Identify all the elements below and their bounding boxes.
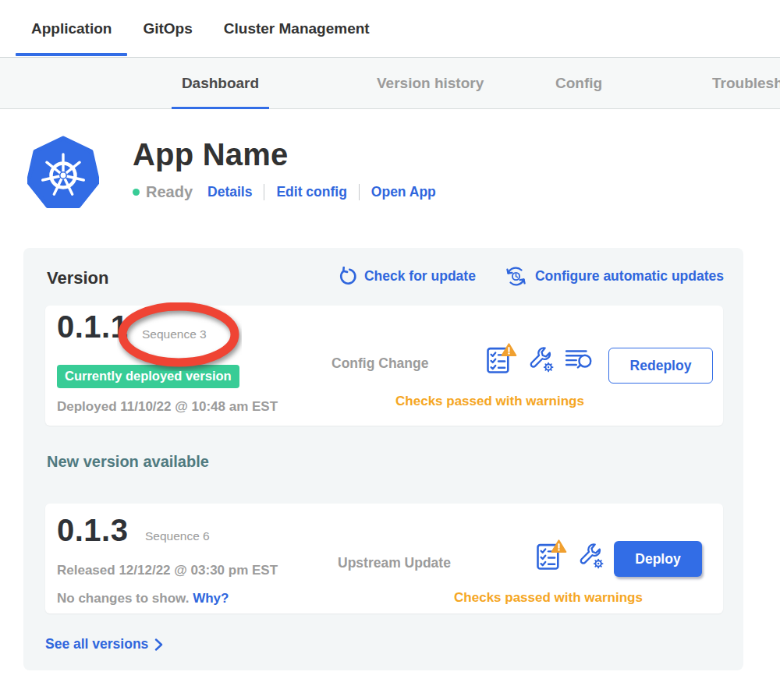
app-status-row: Ready Details Edit config Open App [133, 183, 436, 201]
app-section-nav: Dashboard Version history Config Trouble… [0, 57, 780, 109]
diff-icon[interactable] [565, 347, 594, 370]
sync-clock-icon [504, 266, 528, 287]
preflight-checklist-icon[interactable] [535, 539, 567, 571]
config-wrench-icon[interactable] [527, 345, 555, 373]
deploy-button[interactable]: Deploy [614, 541, 702, 577]
new-version-number: 0.1.3 [57, 513, 128, 548]
chevron-right-icon [154, 638, 163, 651]
new-version-sequence: Sequence 6 [145, 529, 210, 543]
tab-config-label: Config [555, 75, 602, 91]
tab-troubleshoot[interactable]: Troubleshoot [712, 58, 780, 109]
see-all-versions-label: See all versions [45, 636, 148, 652]
nav-tab-application-label: Application [31, 20, 112, 37]
deployed-version-number: 0.1.1 [57, 309, 128, 345]
configure-automatic-updates-label: Configure automatic updates [535, 268, 724, 285]
app-title: App Name [133, 137, 436, 172]
divider [264, 184, 264, 200]
deployed-timestamp: Deployed 11/10/22 @ 10:48 am EST [57, 399, 278, 415]
tab-troubleshoot-label: Troubleshoot [712, 75, 780, 91]
new-version-heading: New version available [47, 453, 209, 471]
check-for-update-button[interactable]: Check for update [338, 267, 476, 286]
deployed-version-sequence: Sequence 3 [142, 327, 207, 341]
app-header: App Name Ready Details Edit config Open … [27, 135, 436, 211]
configure-automatic-updates-button[interactable]: Configure automatic updates [504, 266, 724, 287]
nav-tab-gitops-label: GitOps [143, 20, 192, 37]
no-changes-label: No changes to show. [57, 591, 189, 606]
kubernetes-logo-icon [27, 135, 99, 211]
app-status-label: Ready [146, 183, 193, 201]
version-panel: Version Check for update Configure autom… [23, 248, 743, 670]
redeploy-button[interactable]: Redeploy [608, 348, 713, 384]
tab-version-history-label: Version history [377, 75, 484, 91]
active-subtab-underline [172, 107, 269, 109]
tab-config[interactable]: Config [555, 58, 602, 109]
see-all-versions-link[interactable]: See all versions [45, 636, 163, 652]
version-source-label: Config Change [332, 355, 428, 372]
released-timestamp: Released 12/12/22 @ 03:30 pm EST [57, 563, 278, 578]
why-link[interactable]: Why? [193, 591, 229, 606]
preflight-status-text: Checks passed with warnings [295, 394, 685, 409]
divider [359, 184, 360, 200]
version-source-label: Upstream Update [338, 555, 451, 571]
check-for-update-label: Check for update [364, 268, 476, 285]
version-action-icons [485, 343, 594, 374]
active-nav-underline [16, 53, 127, 56]
ready-status-dot-icon [133, 189, 140, 196]
details-link[interactable]: Details [207, 184, 252, 200]
tab-dashboard[interactable]: Dashboard [172, 58, 269, 109]
tab-version-history[interactable]: Version history [377, 58, 484, 109]
config-wrench-icon[interactable] [577, 542, 604, 569]
refresh-icon [338, 267, 357, 286]
nav-tab-cluster-management-label: Cluster Management [224, 20, 370, 37]
tab-dashboard-label: Dashboard [182, 75, 259, 91]
version-action-icons [535, 539, 604, 571]
no-changes-text: No changes to show. Why? [57, 591, 229, 606]
nav-tab-gitops[interactable]: GitOps [127, 0, 207, 57]
preflight-checklist-icon[interactable] [485, 343, 517, 374]
currently-deployed-badge: Currently deployed version [57, 365, 239, 388]
edit-config-link[interactable]: Edit config [276, 184, 346, 200]
deployed-version-card: 0.1.1 Sequence 3 Currently deployed vers… [45, 306, 723, 426]
primary-nav: Application GitOps Cluster Management [0, 0, 780, 57]
version-panel-actions: Check for update Configure automatic upd… [338, 264, 724, 288]
new-version-card: 0.1.3 Sequence 6 Released 12/12/22 @ 03:… [45, 504, 723, 613]
nav-tab-cluster-management[interactable]: Cluster Management [208, 0, 385, 57]
preflight-status-text: Checks passed with warnings [353, 590, 743, 606]
nav-tab-application[interactable]: Application [16, 0, 127, 57]
version-panel-title: Version [47, 268, 108, 288]
open-app-link[interactable]: Open App [371, 184, 436, 200]
